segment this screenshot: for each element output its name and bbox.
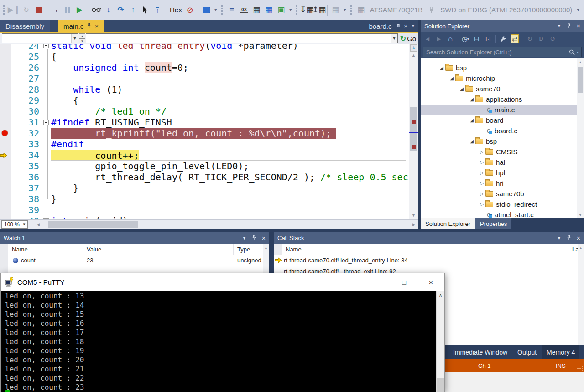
search-icon[interactable] [569, 49, 575, 55]
minimize-button[interactable]: – [364, 273, 391, 291]
forward-button[interactable]: ► [435, 34, 443, 43]
code-line[interactable]: 33#endif [0, 139, 409, 150]
fold-collapse-icon[interactable] [43, 120, 49, 125]
chevron-down-icon[interactable]: ▾ [287, 7, 294, 12]
code-line[interactable]: 37 } [0, 183, 409, 193]
memory-view-button[interactable]: ▦ [263, 4, 275, 16]
registers-view-button[interactable]: 0X [238, 4, 250, 16]
expanded-arrow-icon[interactable]: ◢ [458, 86, 465, 91]
tree-item-same70b[interactable]: ▷same70b [421, 188, 577, 199]
home-button[interactable]: ⌂ [446, 34, 454, 43]
member-dropdown[interactable]: ▼ [86, 33, 398, 43]
resize-grip[interactable] [577, 365, 583, 371]
scroll-up-icon[interactable]: ▲ [409, 52, 418, 59]
tree-item-cmsis[interactable]: ▷CMSIS [421, 146, 577, 157]
tab-output[interactable]: Output [513, 345, 541, 359]
step-into-button[interactable]: ↓ [102, 4, 115, 16]
close-icon[interactable]: × [577, 22, 580, 30]
toolbar-gripper[interactable] [350, 5, 353, 15]
refresh-button[interactable]: ↻ [526, 34, 534, 43]
step-out-button[interactable]: ↑ [127, 4, 139, 16]
tree-item-bsp[interactable]: ◢bsp [421, 63, 577, 73]
scroll-up-icon[interactable]: ∧ [437, 291, 444, 298]
collapsed-arrow-icon[interactable]: ▷ [478, 181, 485, 186]
step-over-button[interactable]: ↷ [115, 4, 127, 16]
hex-toggle-button[interactable]: Hex [168, 4, 184, 16]
code-line[interactable]: 34 count++; [0, 150, 409, 161]
call-stack-frame[interactable]: rt-thread-same70.elf! led_thread_entry L… [274, 255, 584, 266]
collapsed-arrow-icon[interactable]: ▷ [478, 202, 485, 207]
properties-wrench-button[interactable] [499, 34, 507, 43]
scroll-left-icon[interactable]: ◀ [34, 222, 42, 227]
solution-tree[interactable]: ◢bsp◢microchip◢same70◢applicationsCmain.… [421, 58, 584, 218]
tree-item-atmel-start-c[interactable]: Catmel_start.c [421, 209, 577, 218]
processor-status-button[interactable]: ▦ [250, 4, 263, 16]
column-header-value[interactable]: Value [83, 244, 234, 255]
window-position-icon[interactable]: ▼ [242, 236, 246, 240]
io-view-button[interactable]: ≡ [226, 4, 238, 16]
chevron-down-icon[interactable]: ▾ [213, 7, 219, 12]
maximize-button[interactable]: □ [391, 273, 417, 291]
pin-icon[interactable] [567, 23, 571, 29]
tree-item-stdio-redirect[interactable]: ▷stdio_redirect [421, 199, 577, 209]
tree-item-hpl[interactable]: ▷hpl [421, 167, 577, 178]
program-device-button[interactable]: ↧▦ [301, 4, 313, 16]
column-header-name[interactable]: Name [8, 244, 83, 255]
set-next-statement-button[interactable]: ↑ [151, 4, 164, 16]
toolbar-gripper[interactable] [3, 5, 5, 15]
address-spinner[interactable]: ▲▼ [79, 33, 85, 43]
start-debug-break-button[interactable]: → [49, 4, 61, 16]
tab-solution-explorer[interactable]: Solution Explorer [421, 218, 475, 229]
expanded-arrow-icon[interactable]: ◢ [448, 76, 455, 81]
code-line[interactable]: 25{ [0, 51, 409, 62]
scope-dropdown[interactable]: ▼ [2, 33, 78, 43]
tab-properties[interactable]: Properties [475, 218, 511, 229]
go-button[interactable]: ↻Go [398, 33, 418, 44]
scrollbar-thumb[interactable] [578, 67, 583, 93]
editor-vertical-scrollbar[interactable]: ⇕ ▲ ▼ [409, 33, 418, 219]
scroll-down-icon[interactable]: ▼ [409, 212, 418, 219]
code-line[interactable]: 38} [0, 193, 409, 204]
chevron-down-icon[interactable]: ▾ [575, 7, 581, 12]
sync-with-active-document-button[interactable]: ⇄ [511, 34, 519, 43]
preview-selected-button[interactable]: ↺ [548, 34, 557, 43]
pending-changes-filter-button[interactable]: ◷▾ [461, 34, 469, 43]
code-line[interactable]: 40int main(void) [0, 215, 409, 219]
terminal-output[interactable]: led on, count : 13led on, count : 14led … [1, 291, 436, 392]
collapsed-arrow-icon[interactable]: ▷ [478, 160, 485, 165]
collapse-all-button[interactable]: ⊟ [473, 34, 481, 43]
pin-icon[interactable] [252, 235, 256, 241]
erase-device-button[interactable]: ▦ [329, 4, 342, 16]
close-icon[interactable]: × [577, 235, 580, 242]
close-icon[interactable]: × [95, 23, 99, 29]
chevron-down-icon[interactable]: ▾ [342, 7, 348, 12]
scrollbar-thumb[interactable] [410, 107, 417, 151]
expanded-arrow-icon[interactable]: ◢ [468, 97, 475, 102]
window-position-icon[interactable]: ▼ [557, 236, 561, 240]
scrollbar-track[interactable] [42, 221, 410, 228]
watch-value[interactable]: 23 [83, 255, 234, 266]
restart-debug-icon[interactable]: ↻ [20, 4, 32, 16]
debug-interface-label[interactable]: SWD on EDBG (ATML2637010000000000) [438, 6, 575, 14]
tree-item-applications[interactable]: ◢applications [421, 94, 577, 105]
close-icon[interactable]: × [404, 23, 407, 30]
code-line[interactable]: 35 gpio_toggle_pin_level(LED0); [0, 161, 409, 172]
close-button[interactable]: × [417, 273, 444, 291]
quickwatch-button[interactable] [90, 4, 102, 16]
code-line[interactable]: 30 /* led1 on */ [0, 106, 409, 117]
tab-board-c[interactable]: board.c × ▼ [369, 20, 418, 32]
tab-immediate-window[interactable]: Immediate Window [448, 345, 512, 359]
toolbar-gripper[interactable] [296, 5, 298, 15]
tree-item-main-c[interactable]: Cmain.c [421, 105, 577, 115]
putty-titlebar[interactable]: COM5 - PuTTY – □ × [1, 273, 444, 291]
device-name-label[interactable]: ATSAME70Q21B [367, 6, 426, 14]
editor-horizontal-scrollbar[interactable]: 100 %▼ ◀ ▶ [0, 219, 418, 229]
terminal-scrollbar[interactable]: ∧ [436, 291, 444, 392]
device-pack-manager-button[interactable]: ▣ [275, 4, 287, 16]
tree-item-board-c[interactable]: Cboard.c [421, 125, 577, 136]
break-all-button[interactable] [61, 4, 73, 16]
tree-item-hri[interactable]: ▷hri [421, 178, 577, 188]
search-input[interactable]: Search Solution Explorer (Ctrl+;) ▾ [423, 47, 582, 57]
tree-item-microchip[interactable]: ◢microchip [421, 73, 577, 84]
show-all-files-button[interactable]: ⊡ [484, 34, 492, 43]
